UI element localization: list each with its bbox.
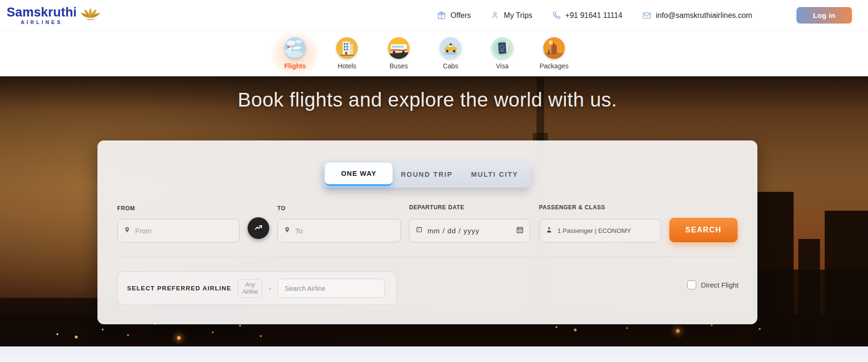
from-label: FROM <box>117 205 135 212</box>
services-nav: Flights Hotels <box>0 31 868 76</box>
phone-icon <box>552 11 561 20</box>
brand-text: Samskruthi AIRLINES <box>7 6 77 25</box>
from-input[interactable] <box>135 227 233 235</box>
passenger-icon <box>546 226 553 235</box>
service-flights-label: Flights <box>284 62 306 70</box>
city-lights <box>555 326 557 328</box>
airline-separator: - <box>269 285 271 292</box>
service-visa-label: Visa <box>496 62 509 70</box>
page: { "colors": { "brand_blue": "#2434a4", "… <box>0 0 868 362</box>
service-cabs-label: Cabs <box>443 62 458 70</box>
nav-phone[interactable]: +91 91641 11114 <box>552 11 622 20</box>
direct-flight-group: Direct Flight <box>687 280 739 289</box>
calendar-small-icon <box>416 226 423 235</box>
gift-icon <box>437 11 446 20</box>
lotus-logo-icon <box>80 6 101 25</box>
login-button[interactable]: Log in <box>796 7 852 24</box>
service-flights[interactable]: Flights <box>274 37 316 70</box>
nav-offers[interactable]: Offers <box>437 11 471 20</box>
user-icon <box>490 11 499 20</box>
footer-strip <box>0 346 868 362</box>
from-field[interactable] <box>117 219 240 242</box>
tab-round-trip[interactable]: ROUND TRIP <box>393 163 460 186</box>
hero-section: Book flights and explore the world with … <box>0 76 868 346</box>
swap-button[interactable] <box>248 217 269 239</box>
to-field[interactable] <box>277 219 401 242</box>
nav-email[interactable]: info@samskruthiairlines.com <box>642 11 752 20</box>
departure-label: DEPARTURE DATE <box>409 204 464 211</box>
hotels-icon <box>336 37 358 59</box>
to-label: TO <box>277 205 286 212</box>
topbar: Samskruthi AIRLINES <box>0 0 868 31</box>
direct-flight-checkbox[interactable] <box>687 280 696 289</box>
divider <box>117 256 738 257</box>
search-button[interactable]: SEARCH <box>669 218 738 242</box>
cabs-icon <box>440 37 461 59</box>
nav-my-trips[interactable]: My Trips <box>490 11 532 20</box>
booking-card: ONE WAY ROUND TRIP MULTI CITY FROM <box>97 140 757 324</box>
top-nav: Offers My Trips +91 91641 11114 <box>437 7 852 24</box>
hero-title: Book flights and explore the world with … <box>97 89 757 111</box>
trip-type-tabs: ONE WAY ROUND TRIP MULTI CITY <box>323 161 530 188</box>
service-packages-label: Packages <box>539 62 568 70</box>
service-packages[interactable]: Packages <box>533 37 575 70</box>
to-input[interactable] <box>295 227 394 235</box>
nav-my-trips-label: My Trips <box>504 11 532 20</box>
passenger-class-value: 1 Passenger | ECONOMY <box>557 227 631 234</box>
tab-multi-city[interactable]: MULTI CITY <box>461 163 529 186</box>
brand-logo[interactable]: Samskruthi AIRLINES <box>7 6 101 25</box>
map-pin-icon <box>124 226 130 236</box>
flights-icon <box>284 37 306 59</box>
swap-arrow-icon <box>254 223 263 234</box>
nav-offers-label: Offers <box>450 11 471 20</box>
buses-icon <box>388 37 410 59</box>
passenger-class-field[interactable]: 1 Passenger | ECONOMY <box>539 219 661 242</box>
departure-date-field[interactable]: mm / dd / yyyy <box>409 219 530 242</box>
mail-icon <box>642 11 651 20</box>
service-buses[interactable]: Buses <box>378 37 419 70</box>
map-pin-icon <box>284 226 290 236</box>
brand-name: Samskruthi <box>7 6 77 19</box>
tab-one-way[interactable]: ONE WAY <box>325 163 393 186</box>
service-buses-label: Buses <box>390 62 408 70</box>
preferred-airline-box: SELECT PREFERRED AIRLINE Any Airline - <box>117 272 397 305</box>
calendar-picker-icon[interactable] <box>516 226 524 236</box>
brand-subtitle: AIRLINES <box>21 20 63 25</box>
city-lights <box>56 333 58 335</box>
packages-icon <box>543 37 565 59</box>
any-airline-chip[interactable]: Any Airline <box>238 279 262 298</box>
service-cabs[interactable]: Cabs <box>430 37 471 70</box>
preferred-airline-label: SELECT PREFERRED AIRLINE <box>127 285 231 292</box>
airline-search-input[interactable] <box>278 279 385 298</box>
service-hotels[interactable]: Hotels <box>326 37 368 70</box>
nav-phone-label: +91 91641 11114 <box>565 11 622 20</box>
visa-icon <box>491 37 513 59</box>
direct-flight-label[interactable]: Direct Flight <box>701 281 739 289</box>
departure-date-value: mm / dd / yyyy <box>427 227 480 235</box>
service-hotels-label: Hotels <box>338 62 356 70</box>
passenger-label: PASSENGER & CLASS <box>539 204 605 211</box>
service-visa[interactable]: Visa <box>482 37 523 70</box>
nav-email-label: info@samskruthiairlines.com <box>656 11 752 20</box>
